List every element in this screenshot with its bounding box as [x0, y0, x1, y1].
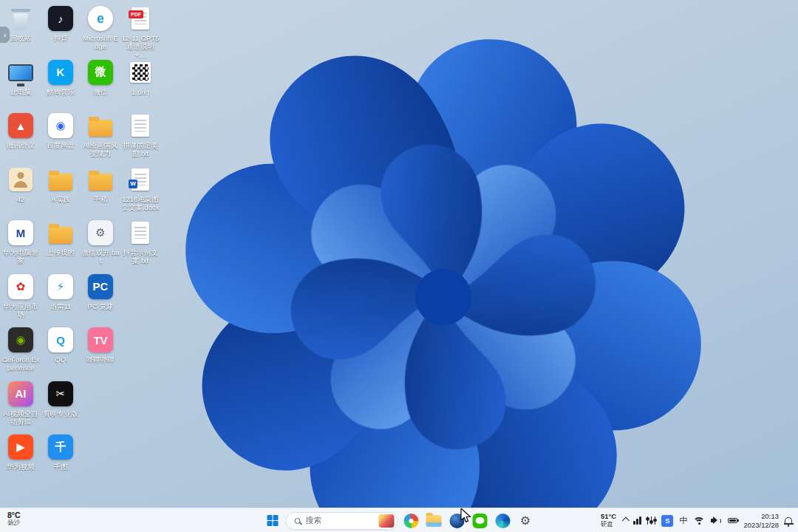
desktop-icon[interactable]: ▶华为视频 — [1, 433, 40, 471]
desktop-icon[interactable]: ▲腾讯会议 — [1, 112, 40, 149]
app-tile-icon: AI — [8, 381, 33, 406]
desktop-icon[interactable]: 抖音示例文案.txt — [121, 219, 160, 265]
desktop-icon[interactable]: QQQ — [41, 326, 80, 364]
desktop-icon-label: 1216鸿蒙图文文案.docx — [121, 195, 160, 212]
folder-icon — [89, 120, 112, 137]
app-tile-icon: Q — [48, 327, 73, 352]
desktop-icon[interactable]: M华为电脑管家 — [1, 219, 40, 265]
desktop-icon[interactable]: TV哔哩哔哩 — [81, 326, 120, 364]
ime-icon[interactable]: S — [661, 515, 673, 527]
desktop-icon[interactable]: ⚙微信双开.bat — [81, 219, 120, 265]
search-icon — [295, 518, 301, 524]
taskbar-search[interactable]: 搜索 — [286, 512, 398, 530]
app-tile-icon: ⚡ — [48, 274, 73, 299]
desktop-icon-label: 此电脑 — [1, 88, 40, 96]
desktop-icon[interactable]: ◉百度网盘 — [41, 112, 80, 149]
desktop-icon[interactable]: 微微信 — [81, 58, 120, 96]
desktop-icon-label: 迅雷11 — [41, 302, 80, 310]
app-tile-icon: ✂ — [48, 381, 73, 406]
desktop-icon-label: 华为视频 — [1, 463, 40, 471]
desktop-icon-label: 上传我的 — [41, 248, 80, 256]
desktop-icon[interactable]: K酷狗音乐 — [41, 58, 80, 96]
desktop-icon[interactable]: ✿华为应用市场 — [1, 273, 40, 319]
taskbar-browser-button[interactable] — [447, 511, 467, 531]
battery-icon[interactable] — [728, 518, 737, 523]
desktop-icon-label: 哔哩哔哩 — [81, 355, 120, 364]
taskbar-photos-button[interactable] — [401, 511, 421, 531]
wifi-icon[interactable] — [693, 517, 705, 525]
start-button[interactable] — [263, 511, 283, 531]
folder-icon — [49, 174, 72, 191]
desktop-icon-label: 千稿 — [81, 195, 120, 203]
disk-temp-label: 硬盘 — [601, 521, 613, 528]
desktop-icons: 回收站此电脑▲腾讯会议42M华为电脑管家✿华为应用市场◉GeForce Expe… — [0, 0, 798, 532]
app-tile-icon: 千 — [48, 434, 73, 460]
desktop-icon-label: Microsoft Edge — [81, 34, 120, 51]
desktop-icon-label: AI视频全自动剪辑 — [1, 409, 40, 426]
hardware-temp-widget[interactable]: 51°C 硬盘 — [601, 513, 616, 528]
pdf-file-icon: PDF — [132, 7, 149, 30]
performance-monitor-icon[interactable] — [633, 516, 641, 525]
clock[interactable]: 20:13 2023/12/28 — [743, 512, 779, 530]
weather-condition: 扬沙 — [7, 519, 21, 527]
desktop: › 回收站此电脑▲腾讯会议42M华为电脑管家✿华为应用市场◉GeForce Ex… — [0, 0, 798, 532]
wechat-bubble-icon — [472, 514, 487, 528]
app-tile-icon: TV — [88, 327, 113, 352]
taskbar-center: 搜索 — [263, 508, 536, 532]
language-indicator[interactable]: 中 — [679, 515, 687, 526]
notification-bell-icon[interactable] — [785, 517, 792, 524]
app-tile-icon: ▲ — [8, 113, 33, 138]
search-highlight-image — [379, 514, 395, 528]
desktop-icon[interactable]: ⚡迅雷11 — [41, 273, 80, 310]
desktop-icon-label: 微信双开.bat — [81, 248, 120, 265]
desktop-icon-label: PC 党建 — [81, 302, 120, 310]
desktop-icon-label: 酷狗音乐 — [41, 88, 80, 96]
desktop-icon[interactable]: 此电脑 — [1, 58, 40, 96]
desktop-icon[interactable]: PCPC 党建 — [81, 273, 120, 310]
desktop-icon-label: 微信 — [81, 88, 120, 96]
desktop-icon[interactable]: ✂剪映专业版 — [41, 380, 80, 417]
desktop-icon[interactable]: AIAI视频全自动剪辑 — [1, 380, 40, 426]
desktop-icon-label: 华为应用市场 — [1, 302, 40, 319]
taskbar-edge-button[interactable] — [493, 511, 513, 531]
desktop-icon-label: 抖音示例文案.txt — [121, 248, 160, 265]
desktop-icon[interactable]: ♪抖音 — [41, 4, 80, 42]
desktop-icon[interactable]: PDF12-11 GPT5 通道说明+… — [121, 4, 160, 59]
desktop-icon[interactable]: 千稿 — [81, 166, 120, 203]
desktop-icon[interactable]: A实践 — [41, 166, 80, 203]
desktop-icon[interactable]: 千千图 — [41, 433, 80, 471]
desktop-icon[interactable]: AI绘画国风变现力 — [81, 112, 120, 158]
desktop-icon[interactable]: eMicrosoft Edge — [81, 4, 120, 51]
desktop-icon[interactable]: 拼课固定奖励.txt — [121, 112, 160, 158]
folder-icon — [49, 227, 72, 244]
browser-sphere-icon — [449, 514, 464, 528]
this-pc-icon — [10, 66, 32, 80]
weather-widget[interactable]: 8°C 扬沙 — [7, 511, 21, 527]
mixer-icon[interactable] — [647, 516, 656, 525]
desktop-icon[interactable]: 1.png — [121, 58, 160, 96]
desktop-icon[interactable]: ◉GeForce Experience — [1, 326, 40, 372]
desktop-icon[interactable]: 回收站 — [1, 4, 40, 42]
desktop-icon-label: 剪映专业版 — [41, 409, 80, 417]
desktop-icon-label: 回收站 — [1, 34, 40, 42]
desktop-icon[interactable]: W1216鸿蒙图文文案.docx — [121, 166, 160, 212]
windows-logo-icon — [267, 515, 279, 527]
desktop-icon[interactable]: 上传我的 — [41, 219, 80, 256]
file-explorer-folder-icon — [426, 515, 442, 527]
desktop-icon-label: 12-11 GPT5 通道说明+… — [121, 34, 160, 59]
taskbar: 8°C 扬沙 搜索 51°C 硬盘 S 中 — [0, 508, 798, 532]
taskbar-file-explorer-button[interactable] — [424, 511, 444, 531]
folder-icon — [89, 174, 112, 191]
desktop-icon-label: QQ — [41, 355, 80, 364]
desktop-icon-label: 抖音 — [41, 34, 80, 42]
volume-icon[interactable] — [711, 516, 722, 525]
taskbar-settings-button[interactable] — [516, 511, 536, 531]
taskbar-wechat-button[interactable] — [470, 511, 490, 531]
app-tile-icon: M — [8, 220, 33, 245]
app-tile-icon: 微 — [88, 60, 113, 85]
app-tile-icon: ⚙ — [88, 220, 113, 245]
hidden-icons-chevron-icon[interactable] — [622, 517, 630, 525]
desktop-icon-label: 1.png — [121, 88, 160, 96]
recycle-bin-icon — [11, 7, 30, 30]
desktop-icon[interactable]: 42 — [1, 166, 40, 203]
